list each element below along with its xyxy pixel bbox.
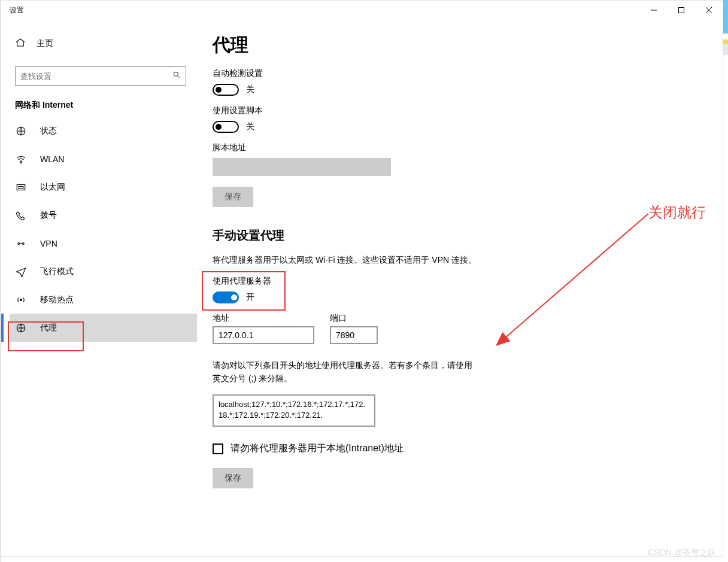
sidebar-item-label: 飞行模式 [40,266,74,277]
search-input[interactable] [15,66,186,86]
svg-rect-9 [19,186,23,189]
svg-line-5 [177,75,179,77]
sidebar: 主页 网络和 Internet 状态 WLAN [1,20,197,556]
auto-detect-state: 关 [246,84,254,95]
sidebar-item-label: 以太网 [40,182,65,193]
svg-point-10 [18,242,20,244]
port-input[interactable] [330,326,378,344]
script-address-input [213,158,391,176]
use-proxy-label: 使用代理服务器 [213,276,723,287]
vpn-icon [15,238,27,250]
ethernet-icon [15,181,27,193]
svg-point-11 [22,242,24,244]
sidebar-item-proxy[interactable]: 代理 [10,314,197,342]
address-label: 地址 [213,313,314,324]
script-address-label: 脚本地址 [213,142,723,153]
sidebar-item-wlan[interactable]: WLAN [10,145,197,173]
manual-proxy-desc: 将代理服务器用于以太网或 Wi-Fi 连接。这些设置不适用于 VPN 连接。 [213,253,482,266]
sidebar-item-dialup[interactable]: 拨号 [10,201,197,229]
sidebar-item-ethernet[interactable]: 以太网 [10,173,197,201]
status-icon [15,125,27,137]
window-title: 设置 [10,5,24,16]
dialup-icon [15,209,27,221]
content-pane: 代理 自动检测设置 关 使用设置脚本 关 脚本地址 保存 手动设置代理 将代理服… [197,20,723,556]
address-input[interactable] [213,326,314,344]
auto-detect-toggle[interactable] [213,84,239,96]
sidebar-item-label: 状态 [40,126,57,136]
manual-proxy-header: 手动设置代理 [213,227,723,244]
save-button-2[interactable]: 保存 [213,468,253,488]
sidebar-item-label: VPN [40,239,57,248]
sidebar-section-title: 网络和 Internet [15,100,197,111]
svg-rect-8 [17,184,25,190]
use-script-toggle[interactable] [213,121,239,133]
exclude-textarea[interactable] [213,394,375,427]
sidebar-item-label: 代理 [40,323,57,333]
search-field[interactable] [20,72,172,81]
page-title: 代理 [213,33,723,57]
bypass-local-label: 请勿将代理服务器用于本地(Intranet)地址 [230,442,404,455]
svg-point-12 [20,299,22,300]
close-button[interactable] [695,1,723,20]
home-link[interactable]: 主页 [10,32,197,56]
home-icon [15,37,26,50]
proxy-icon [15,322,27,334]
svg-rect-1 [679,8,684,13]
airplane-icon [15,266,27,278]
sidebar-item-vpn[interactable]: VPN [10,229,197,257]
maximize-button[interactable] [668,1,695,20]
titlebar: 设置 [1,1,723,20]
search-icon [172,71,181,81]
sidebar-item-status[interactable]: 状态 [10,117,197,145]
hotspot-icon [15,294,27,306]
use-script-label: 使用设置脚本 [213,105,723,116]
auto-detect-settings-label: 自动检测设置 [213,68,723,79]
use-proxy-state: 开 [246,292,254,303]
use-script-state: 关 [246,121,254,132]
wlan-icon [15,153,27,165]
svg-point-7 [20,162,22,163]
minimize-button[interactable] [640,1,668,20]
use-proxy-toggle[interactable] [213,291,239,303]
save-button: 保存 [213,187,253,207]
exclude-desc: 请勿对以下列条目开头的地址使用代理服务器。若有多个条目，请使用英文分号 (;) … [213,359,476,385]
sidebar-item-airplane[interactable]: 飞行模式 [10,257,197,285]
sidebar-item-label: WLAN [40,154,64,164]
svg-point-4 [174,72,178,76]
annotation-text: 关闭就行 [648,203,706,222]
sidebar-item-label: 移动热点 [40,294,74,305]
bypass-local-checkbox[interactable] [213,443,223,454]
sidebar-item-label: 拨号 [40,210,57,221]
sidebar-item-hotspot[interactable]: 移动热点 [10,285,197,314]
watermark: CSDN @苍穹之跃 [648,548,716,558]
home-label: 主页 [37,38,53,49]
port-label: 端口 [330,313,378,324]
